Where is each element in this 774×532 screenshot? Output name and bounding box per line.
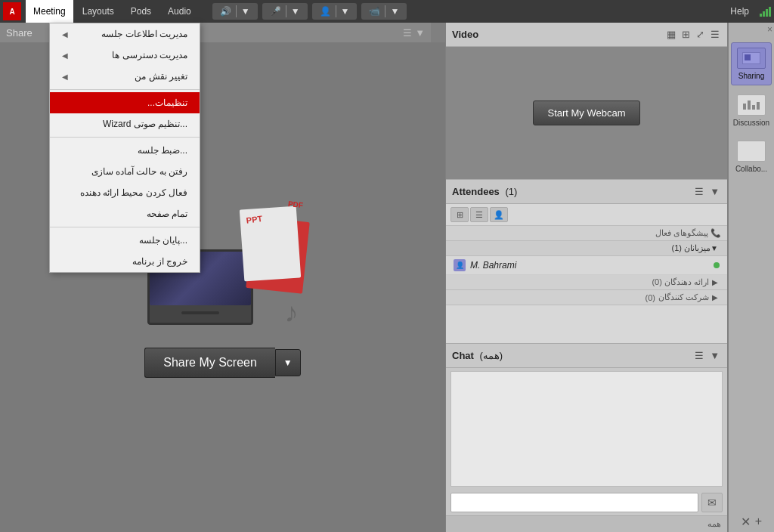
pdf-label: PDF [287, 200, 303, 209]
sidebar-panel: × Sharing Discussion [729, 23, 774, 532]
speaker-toolbar: 🔊 ▼ [212, 3, 258, 20]
sidebar-close-icon[interactable]: × [767, 24, 772, 35]
att-list-btn[interactable]: ☰ [470, 207, 488, 222]
menu-end-session[interactable]: ...پایان جلسه [50, 230, 200, 251]
chat-send-button[interactable]: ✉ [701, 493, 723, 512]
attendees-chevron-icon[interactable]: ▼ [708, 184, 721, 199]
chat-footer: همه [446, 515, 727, 532]
monitor-base [181, 311, 219, 314]
sharing-icon-box [737, 48, 766, 69]
signal-bar-1 [760, 14, 762, 17]
video-header-icons: ▦ ⊞ ⤢ ☰ [665, 27, 721, 42]
chat-chevron-icon[interactable]: ▼ [708, 348, 721, 363]
chat-input-field[interactable] [450, 493, 698, 512]
menu-layouts[interactable]: Layouts [75, 0, 122, 23]
menu-audio[interactable]: Audio [160, 0, 199, 23]
sidebar-item-discussion[interactable]: Discussion [731, 90, 772, 131]
user-btn[interactable]: 👤 [317, 5, 334, 18]
camera-toolbar: 📹 ▼ [361, 3, 407, 20]
attendee-toolbar: ⊞ ☰ 👤 [446, 204, 727, 226]
collaboration-icon-box [737, 141, 766, 162]
divider1 [236, 5, 237, 17]
sidebar-bottom-controls: ✕ + [741, 515, 762, 529]
att-person-btn[interactable]: 👤 [490, 207, 508, 222]
sidebar-add-button[interactable]: + [755, 515, 762, 529]
video-expand-icon[interactable]: ⤢ [695, 27, 706, 42]
menu-settings[interactable]: تنظیمات... [50, 92, 200, 113]
menu-exit[interactable]: خروج از برنامه [50, 251, 200, 272]
speaker-btn[interactable]: 🔊 [217, 5, 234, 18]
start-webcam-button[interactable]: Start My Webcam [533, 101, 639, 125]
user-arrow[interactable]: ▼ [338, 5, 353, 18]
mic-btn[interactable]: 🎤 [267, 5, 284, 18]
presenters-section[interactable]: ▶ ارائه دهندگان (0) [446, 275, 727, 290]
chat-message-area [450, 371, 723, 487]
camera-arrow[interactable]: ▼ [387, 5, 402, 18]
att-grid-btn[interactable]: ⊞ [450, 207, 469, 222]
attendees-empty-space [446, 305, 727, 343]
video-area: Start My Webcam [446, 47, 727, 179]
attendees-panel-header: Attendees (1) ☰ ▼ [446, 180, 727, 204]
sidebar-minimize-button[interactable]: ✕ [741, 515, 751, 529]
attendee-row: 👤 M. Bahrami [446, 256, 727, 275]
collaboration-icon [748, 143, 754, 159]
video-panel: Video ▦ ⊞ ⤢ ☰ Start My Webcam [446, 23, 727, 180]
adobe-logo: A [3, 2, 21, 20]
participants-section[interactable]: ▶ شرکت کنندگان (0) [446, 290, 727, 305]
menubar-right: Help [723, 3, 771, 20]
separator-2 [50, 137, 200, 138]
attendees-title: Attendees (1) [452, 186, 517, 197]
arrow-icon: ◀ [62, 51, 68, 60]
chat-title: Chat (همه) [452, 350, 503, 361]
menubar: A Meeting Layouts Pods Audio 🔊 ▼ 🎤 ▼ 👤 ▼… [0, 0, 774, 23]
sharing-icon [742, 52, 760, 64]
menu-meeting[interactable]: Meeting [26, 0, 73, 23]
video-grid2-icon[interactable]: ⊞ [680, 27, 692, 42]
divider2 [286, 5, 286, 17]
video-menu-icon[interactable]: ☰ [709, 27, 721, 42]
signal-bar-4 [769, 7, 771, 17]
chat-menu-icon[interactable]: ☰ [693, 348, 705, 363]
share-dropdown-arrow-button[interactable]: ▼ [275, 349, 301, 376]
menu-full-screen[interactable]: تمام صفحه [50, 203, 200, 224]
camera-btn[interactable]: 📹 [366, 5, 383, 18]
sidebar-item-sharing[interactable]: Sharing [731, 42, 772, 85]
share-header-icons: ☰ ▼ [403, 27, 425, 39]
divider3 [336, 5, 336, 17]
share-my-screen-button[interactable]: Share My Screen [144, 348, 275, 378]
participants-count: (0) [645, 293, 655, 302]
arrow-icon: ◀ [62, 30, 68, 39]
signal-bar-3 [766, 9, 768, 17]
attendees-panel: Attendees (1) ☰ ▼ ⊞ ☰ 👤 📞 پیشگوهای فعال … [446, 180, 727, 344]
attendee-status-indicator [714, 262, 720, 268]
attendee-name: M. Bahrami [470, 260, 714, 271]
chat-header-icons: ☰ ▼ [693, 348, 721, 363]
share-btn-container: Share My Screen ▼ [144, 348, 301, 378]
help-button[interactable]: Help [723, 3, 757, 20]
speaker-arrow[interactable]: ▼ [238, 5, 253, 18]
menu-manage-info[interactable]: مدیریت اطلاعات جلسه ◀ [50, 23, 200, 45]
collaboration-label: Collabo... [735, 165, 767, 173]
sidebar-item-collaboration[interactable]: Collabo... [731, 136, 772, 178]
menu-change-role[interactable]: تغییر نقش من ◀ [50, 66, 200, 87]
hosts-arrow-icon: ▼ [711, 244, 718, 252]
menu-enable-presenter[interactable]: فعال کردن محیط ارائه دهنده [50, 182, 200, 203]
separator-3 [50, 227, 200, 227]
share-title: Share [6, 27, 33, 39]
mic-arrow[interactable]: ▼ [288, 5, 303, 18]
discussion-label: Discussion [733, 119, 769, 127]
video-grid1-icon[interactable]: ▦ [665, 27, 677, 42]
meeting-dropdown: مدیریت اطلاعات جلسه ◀ مدیریت دسترسی ها ◀… [49, 23, 200, 273]
monitor-stand [189, 305, 212, 311]
share-chevron-icon[interactable]: ▼ [415, 27, 425, 39]
menu-audio-wizard[interactable]: ...تنظیم صوتی Wizard [50, 113, 200, 135]
hosts-section-header[interactable]: ▼ میزبانان (1) [446, 241, 727, 256]
menu-pods[interactable]: Pods [123, 0, 159, 23]
share-menu-icon[interactable]: ☰ [403, 27, 412, 39]
menu-manage-access[interactable]: مدیریت دسترسی ها ◀ [50, 45, 200, 66]
doc-white: PPT [239, 206, 300, 281]
menu-record[interactable]: ...ضبط جلسه [50, 140, 200, 161]
attendees-menu-icon[interactable]: ☰ [693, 184, 705, 199]
divider4 [385, 5, 385, 17]
menu-ready-state[interactable]: رفتن به حالت آماده سازی [50, 161, 200, 182]
